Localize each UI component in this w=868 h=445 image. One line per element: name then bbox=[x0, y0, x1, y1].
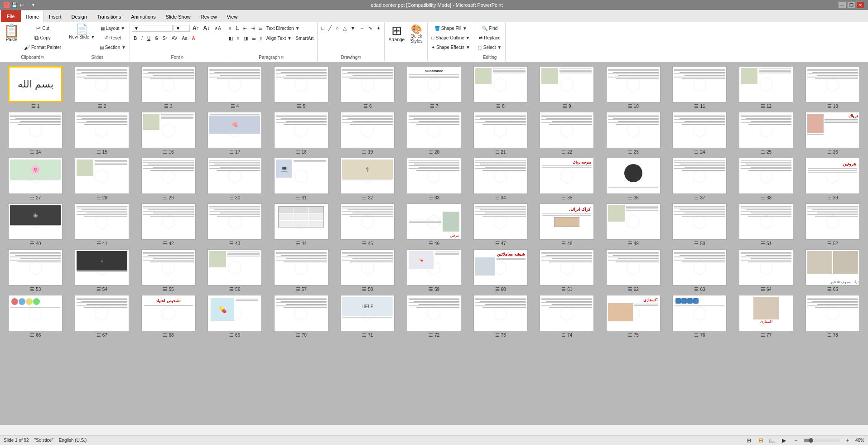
qa-dropdown[interactable]: ▼ bbox=[31, 3, 35, 7]
slide-thumb-11[interactable]: ⬡ bbox=[672, 66, 727, 102]
slide-menu-icon-15[interactable]: ☰ bbox=[96, 149, 101, 155]
slide-thumb-67[interactable]: ⬡ bbox=[75, 295, 129, 331]
slide-thumb-63[interactable]: ⬡ bbox=[672, 249, 727, 285]
tab-review[interactable]: Review bbox=[196, 11, 222, 22]
slide-item-15[interactable]: ⬡☰15 bbox=[70, 112, 134, 155]
slide-item-34[interactable]: ⬡☰34 bbox=[468, 158, 532, 201]
add-remove-col-btn[interactable]: ≣ bbox=[257, 24, 264, 33]
slide-menu-icon-52[interactable]: ☰ bbox=[827, 241, 832, 247]
slide-item-43[interactable]: ⬡☰43 bbox=[203, 203, 267, 247]
slide-item-68[interactable]: ⬡تشخیص اعتیاد☰68 bbox=[136, 295, 200, 338]
slide-item-71[interactable]: ⬡HELP☰71 bbox=[336, 295, 400, 338]
align-left-btn[interactable]: ◧ bbox=[227, 34, 235, 43]
slide-item-32[interactable]: ⬡⚕☰32 bbox=[336, 158, 400, 201]
slide-menu-icon-47[interactable]: ☰ bbox=[495, 241, 500, 247]
slide-thumb-66[interactable]: ⬡ bbox=[8, 295, 63, 331]
slide-item-24[interactable]: ⬡☰24 bbox=[668, 112, 732, 155]
slide-menu-icon-13[interactable]: ☰ bbox=[827, 103, 832, 109]
slide-menu-icon-17[interactable]: ☰ bbox=[229, 149, 234, 155]
slide-item-5[interactable]: ⬡☰5 bbox=[269, 66, 333, 109]
slide-thumb-68[interactable]: ⬡تشخیص اعتیاد bbox=[141, 295, 196, 331]
shadow-button[interactable]: S² bbox=[161, 34, 169, 43]
slide-item-25[interactable]: ⬡☰25 bbox=[734, 112, 798, 155]
slide-menu-icon-35[interactable]: ☰ bbox=[561, 195, 566, 201]
slide-menu-icon-11[interactable]: ☰ bbox=[694, 103, 699, 109]
format-painter-button[interactable]: 🖌 Format Painter bbox=[22, 43, 63, 52]
slide-item-18[interactable]: ⬡☰18 bbox=[269, 112, 333, 155]
slide-thumb-62[interactable]: ⬡ bbox=[606, 249, 661, 285]
slide-thumb-30[interactable]: ⬡ bbox=[207, 158, 262, 194]
slide-menu-icon-67[interactable]: ☰ bbox=[96, 332, 101, 338]
slide-menu-icon-63[interactable]: ☰ bbox=[694, 286, 699, 292]
reading-view-btn[interactable]: 📖 bbox=[768, 436, 776, 445]
font-family-dropdown[interactable]: ▼ bbox=[132, 25, 173, 32]
align-center-btn[interactable]: ≡ bbox=[235, 34, 241, 43]
replace-button[interactable]: ⇄ Replace bbox=[476, 33, 503, 42]
slide-thumb-26[interactable]: ⬡ترياك bbox=[805, 112, 860, 148]
slide-thumb-29[interactable]: ⬡ bbox=[141, 158, 196, 194]
redo-qa-btn[interactable]: ↪ bbox=[25, 2, 29, 8]
slide-menu-icon-44[interactable]: ☰ bbox=[296, 241, 300, 247]
underline-button[interactable]: U bbox=[145, 34, 152, 43]
slide-thumb-71[interactable]: ⬡HELP bbox=[340, 295, 395, 331]
slide-thumb-22[interactable]: ⬡ bbox=[540, 112, 594, 148]
slide-thumb-27[interactable]: ⬡🌸 bbox=[8, 158, 63, 194]
slide-menu-icon-48[interactable]: ☰ bbox=[561, 241, 566, 247]
zoom-in-btn[interactable]: + bbox=[844, 436, 852, 445]
slide-item-63[interactable]: ⬡☰63 bbox=[668, 249, 732, 292]
slide-menu-icon-1[interactable]: ☰ bbox=[31, 103, 36, 109]
normal-view-btn[interactable]: ⊞ bbox=[745, 436, 753, 445]
slide-item-52[interactable]: ⬡☰52 bbox=[800, 203, 864, 247]
tab-file[interactable]: File bbox=[1, 10, 21, 22]
slide-menu-icon-77[interactable]: ☰ bbox=[761, 332, 765, 338]
slide-thumb-38[interactable]: ⬡ bbox=[739, 158, 793, 194]
slide-menu-icon-59[interactable]: ☰ bbox=[429, 286, 433, 292]
slide-thumb-12[interactable]: ⬡ bbox=[739, 66, 793, 102]
slide-thumb-37[interactable]: ⬡ bbox=[672, 158, 727, 194]
minimize-button[interactable]: ─ bbox=[838, 1, 846, 9]
slide-thumb-18[interactable]: ⬡ bbox=[274, 112, 328, 148]
slide-thumb-54[interactable]: ⬡▪ bbox=[75, 249, 129, 285]
arrange-button[interactable]: ⊞ Arrange bbox=[386, 24, 406, 43]
slide-menu-icon-37[interactable]: ☰ bbox=[694, 195, 699, 201]
font-size-dropdown[interactable]: ▼ bbox=[174, 25, 190, 32]
slide-thumb-53[interactable]: ⬡ bbox=[8, 249, 63, 285]
slide-menu-icon-49[interactable]: ☰ bbox=[628, 241, 632, 247]
slide-item-37[interactable]: ⬡☰37 bbox=[668, 158, 732, 201]
slide-thumb-74[interactable]: ⬡ bbox=[540, 295, 594, 331]
align-text-btn[interactable]: Align Text▼ bbox=[265, 34, 294, 43]
find-button[interactable]: 🔍 Find bbox=[476, 24, 503, 33]
zoom-slider[interactable] bbox=[804, 439, 840, 442]
slide-item-59[interactable]: ⬡💊☰59 bbox=[402, 249, 466, 292]
slide-item-17[interactable]: ⬡🧠☰17 bbox=[203, 112, 267, 155]
shape-effects-button[interactable]: ✦ Shape Effects ▼ bbox=[429, 43, 472, 52]
slide-thumb-72[interactable]: ⬡ bbox=[407, 295, 461, 331]
slide-thumb-56[interactable]: ⬡ bbox=[207, 249, 262, 285]
slide-menu-icon-8[interactable]: ☰ bbox=[496, 103, 501, 109]
slide-item-64[interactable]: ⬡☰64 bbox=[734, 249, 798, 292]
bullet-list-btn[interactable]: ≡ bbox=[227, 24, 233, 33]
slide-thumb-17[interactable]: ⬡🧠 bbox=[207, 112, 262, 148]
slide-menu-icon-66[interactable]: ☰ bbox=[30, 332, 34, 338]
slide-menu-icon-10[interactable]: ☰ bbox=[628, 103, 632, 109]
undo-qa-btn[interactable]: ↩ bbox=[19, 2, 24, 8]
slide-item-12[interactable]: ⬡☰12 bbox=[734, 66, 798, 109]
slide-item-46[interactable]: ⬡مرفين☰46 bbox=[402, 203, 466, 247]
slide-thumb-60[interactable]: ⬡شیشه معاملاتین bbox=[473, 249, 528, 285]
slide-thumb-14[interactable]: ⬡ bbox=[8, 112, 63, 148]
slide-menu-icon-19[interactable]: ☰ bbox=[362, 149, 366, 155]
slide-thumb-15[interactable]: ⬡ bbox=[75, 112, 129, 148]
slide-menu-icon-68[interactable]: ☰ bbox=[163, 332, 167, 338]
tab-transitions[interactable]: Transitions bbox=[92, 11, 126, 22]
shape-more-btn[interactable]: ▼ bbox=[349, 24, 357, 33]
increase-font-btn[interactable]: A↑ bbox=[191, 24, 201, 33]
increase-indent-btn[interactable]: ⇥ bbox=[249, 24, 256, 33]
slide-item-14[interactable]: ⬡☰14 bbox=[4, 112, 68, 155]
zoom-out-btn[interactable]: − bbox=[792, 436, 800, 445]
slide-menu-icon-28[interactable]: ☰ bbox=[96, 195, 101, 201]
slide-thumb-2[interactable]: ⬡ bbox=[75, 66, 129, 102]
slide-item-8[interactable]: ⬡☰8 bbox=[468, 66, 532, 109]
restore-button[interactable]: ❐ bbox=[847, 1, 855, 9]
slide-menu-icon-38[interactable]: ☰ bbox=[761, 195, 765, 201]
slide-menu-icon-43[interactable]: ☰ bbox=[229, 241, 234, 247]
